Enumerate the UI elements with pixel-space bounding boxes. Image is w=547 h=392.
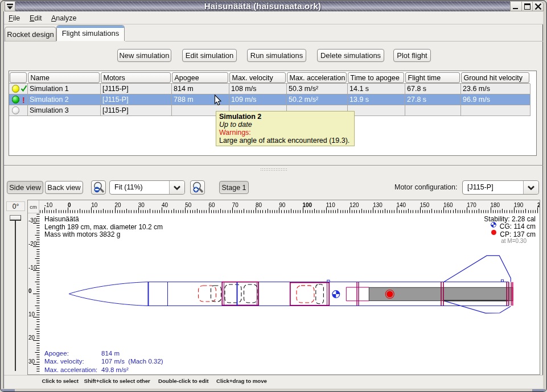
svg-text:40: 40 (162, 202, 168, 208)
svg-text:10: 10 (28, 311, 35, 317)
svg-text:130: 130 (373, 202, 383, 208)
svg-text:-10: -10 (44, 202, 53, 208)
svg-text:140: 140 (397, 202, 406, 208)
svg-text:20: 20 (28, 335, 35, 341)
svg-text:90: 90 (279, 202, 286, 208)
svg-text:170: 170 (467, 202, 476, 208)
svg-text:80: 80 (256, 202, 262, 208)
svg-text:150: 150 (420, 202, 430, 208)
svg-text:-20: -20 (28, 241, 37, 247)
svg-text:20: 20 (115, 202, 122, 208)
svg-text:70: 70 (232, 202, 239, 208)
svg-text:60: 60 (209, 202, 216, 208)
svg-text:100: 100 (303, 202, 312, 208)
svg-text:120: 120 (349, 202, 359, 208)
svg-text:180: 180 (491, 202, 500, 208)
svg-text:160: 160 (443, 202, 453, 208)
svg-text:190: 190 (514, 202, 524, 208)
svg-text:200: 200 (537, 202, 540, 208)
svg-text:0: 0 (28, 288, 32, 294)
svg-text:110: 110 (326, 202, 335, 208)
svg-text:50: 50 (185, 202, 192, 208)
svg-text:-10: -10 (28, 265, 37, 271)
svg-text:-30: -30 (28, 217, 37, 224)
svg-text:30: 30 (28, 358, 35, 365)
svg-text:30: 30 (138, 202, 145, 208)
svg-text:0: 0 (68, 202, 71, 208)
svg-text:10: 10 (91, 202, 98, 208)
